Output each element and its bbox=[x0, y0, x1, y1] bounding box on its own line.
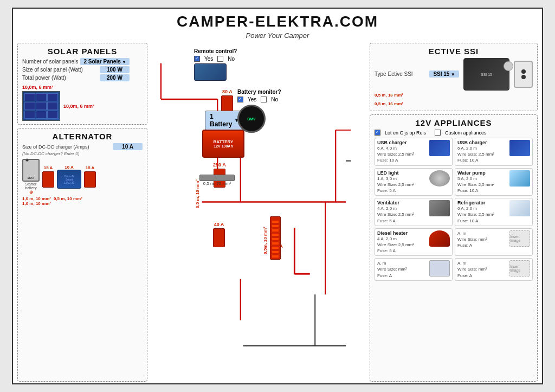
appliance-fan-name: Ventilator bbox=[377, 200, 427, 205]
appliance-custom-1: A, mWire Size: mm²Fuse: A Insert Image bbox=[455, 228, 533, 256]
appliance-led: LED light 1 A, 3,0 mWire Size: 2,5 mm²Fu… bbox=[375, 168, 453, 196]
wire-05m-70mm: 0,5 m, 70 mm² bbox=[199, 181, 235, 186]
batt-yes-checkbox[interactable] bbox=[237, 97, 243, 102]
appliance-fan-detail: 4 A, 2,0 mWire Size: 2,5 mm²Fuse: 5 A bbox=[377, 205, 427, 224]
batt-yes-label: Yes bbox=[248, 97, 256, 102]
appliance-usb-1-name: USB charger bbox=[377, 140, 427, 145]
battery-monitor-display: BMV bbox=[237, 105, 266, 133]
remote-no-checkbox[interactable] bbox=[217, 56, 223, 62]
appliance-grid: USB charger 6 A, 4,0 mWire Size: 2,5 mm²… bbox=[375, 138, 533, 281]
fuse-15a bbox=[42, 171, 54, 188]
appliance-diesel-name: Diesel heater bbox=[377, 230, 427, 236]
alternator-title: ALTERNATOR bbox=[22, 132, 143, 141]
shunt: 0,5 m, 70 mm² bbox=[199, 175, 235, 186]
appliance-blank-img bbox=[429, 260, 450, 277]
solar-row-2: Size of solar panel (Watt) 100 W bbox=[22, 66, 130, 73]
appliance-custom-1-detail: A, mWire Size: mm²Fuse: A bbox=[457, 230, 507, 249]
remote-control-section: Remote control? Yes No bbox=[194, 48, 237, 81]
appliance-insert-2-img: Insert Image bbox=[509, 260, 530, 277]
solar-panels-title: SOLAR PANELS bbox=[22, 47, 143, 56]
solar-wire-2: 10,0m, 6 mm² bbox=[63, 104, 94, 109]
alternator-value[interactable]: 10 A bbox=[113, 143, 143, 150]
appliance-fridge: Refrigerator 6 A, 2,0 mWire Size: 2,5 mm… bbox=[455, 198, 533, 226]
solar-label-1: Number of solar panels bbox=[22, 59, 78, 65]
batt-monitor-row: Yes No bbox=[237, 97, 281, 102]
appliance-diesel-img bbox=[429, 230, 450, 247]
appliance-usb-1-detail: 6 A, 4,0 mWire Size: 2,5 mm²Fuse: 10 A bbox=[377, 145, 427, 164]
dcdc-fuse-label: 10 A bbox=[57, 165, 81, 170]
alternator-box: ALTERNATOR Size of DC-DC charger (Amps) … bbox=[17, 128, 147, 382]
appliance-led-img bbox=[429, 170, 450, 187]
batt-no-checkbox[interactable] bbox=[261, 97, 267, 102]
appliance-fridge-img bbox=[509, 200, 530, 216]
lot-checkbox[interactable] bbox=[375, 130, 380, 136]
ective-value[interactable]: SSI 15 bbox=[429, 70, 459, 78]
control-unit-image bbox=[194, 63, 227, 81]
fuse-40a-container: 40 A bbox=[213, 222, 225, 248]
appliance-usb-2-name: USB charger bbox=[457, 140, 507, 145]
solar-wire-1: 10,0m, 6 mm² bbox=[22, 85, 143, 90]
appliance-custom-3-detail: A, mWire Size: mm²Fuse: A bbox=[457, 260, 507, 279]
solar-panel-image bbox=[22, 91, 60, 121]
custom-checkbox[interactable] bbox=[435, 130, 441, 136]
appliance-water-pump-name: Water pump bbox=[457, 170, 507, 176]
site-title: CAMPER-ELEKTRA.COM bbox=[17, 13, 538, 30]
fuse-250a-label: 250 A bbox=[213, 162, 226, 168]
appliance-usb-1: USB charger 6 A, 4,0 mWire Size: 2,5 mm²… bbox=[375, 138, 453, 166]
starter-battery-label: Starterbattery bbox=[25, 182, 36, 190]
alternator-note: (No DC-DC charger? Enter 0) bbox=[22, 151, 143, 156]
lot-label: Lot en Gijs op Reis bbox=[385, 130, 426, 136]
batt-monitor-label: Battery monitor? bbox=[237, 89, 281, 95]
ective-title: ECTIVE SSI bbox=[375, 47, 533, 56]
solar-value-1[interactable]: 2 Solar Panels bbox=[80, 58, 130, 65]
appliance-insert-1-img: Insert Image bbox=[509, 230, 530, 247]
remote-yes-label: Yes bbox=[204, 56, 213, 62]
appliance-usb-1-img bbox=[429, 140, 450, 156]
alt-wire6: 1,0 m, 10 mm² bbox=[22, 201, 143, 206]
appliance-led-name: LED light bbox=[377, 170, 427, 176]
fuse-15a-label: 15 A bbox=[42, 165, 54, 170]
starter-battery: + BAT bbox=[22, 159, 40, 182]
appliance-fan-img bbox=[429, 200, 450, 216]
wire-vert-label-1: 0,5 m, 10 mm² bbox=[191, 179, 201, 208]
main-container: CAMPER-ELEKTRA.COM Power Your Camper SOL… bbox=[12, 8, 543, 384]
appliance-usb-2: USB charger 6 A, 2,0 mWire Size: 2,5 mm²… bbox=[455, 138, 533, 166]
solar-label-3: Total power (Watt) bbox=[22, 75, 98, 81]
custom-label: Custom appliances bbox=[445, 130, 487, 136]
appliance-custom-2-detail: A, mWire Size: mm²Fuse: A bbox=[377, 260, 427, 279]
fuse-40a-label: 40 A bbox=[213, 222, 225, 227]
ective-ssi-box: ECTIVE SSI Type Ective SSI SSI 15 SSI 15 bbox=[370, 43, 538, 111]
appliance-fridge-detail: 6 A, 2,0 mWire Size: 2,5 mm²Fuse: 10 A bbox=[457, 205, 507, 224]
solar-value-3: 200 W bbox=[100, 74, 130, 81]
wire-vert-label-2: 0,5m, 10 mm² bbox=[259, 227, 269, 254]
solar-row-3: Total power (Watt) 200 W bbox=[22, 74, 130, 81]
solar-row-1: Number of solar panels 2 Solar Panels bbox=[22, 58, 130, 65]
fuse-40a bbox=[213, 228, 225, 247]
ective-wire1: 0,5 m, 16 mm² bbox=[375, 93, 403, 98]
dcdc-charger: Orion-TrSmart12/12-30 bbox=[57, 170, 81, 189]
appliance-water-pump-img bbox=[509, 170, 530, 187]
appliance-water-pump: Water pump 5 A, 2,0 mWire Size: 2,5 mm²F… bbox=[455, 168, 533, 196]
fuse-dist-box bbox=[270, 216, 281, 260]
remote-checkbox-row: Yes No bbox=[194, 56, 237, 62]
appliance-fan: Ventilator 4 A, 2,0 mWire Size: 2,5 mm²F… bbox=[375, 198, 453, 226]
solar-panels-box: SOLAR PANELS Number of solar panels 2 So… bbox=[17, 43, 147, 125]
appliance-led-detail: 1 A, 3,0 mWire Size: 2,5 mm²Fuse: 5 A bbox=[377, 176, 427, 194]
ective-label: Type Ective SSI bbox=[375, 71, 427, 77]
batt-no-label: No bbox=[271, 97, 278, 102]
remote-label: Remote control? bbox=[194, 48, 237, 54]
wire-label-05m-10mm: 0,5 m, 10 mm² bbox=[195, 179, 200, 208]
ective-row: Type Ective SSI SSI 15 bbox=[375, 70, 459, 78]
appliances-12v-box: 12V APPLIANCES Lot en Gijs op Reis Custo… bbox=[370, 114, 538, 382]
wiring-diagram: Remote control? Yes No 80 A 0,5 m, 70 mm… bbox=[151, 43, 366, 382]
appliance-usb-2-detail: 6 A, 2,0 mWire Size: 2,5 mm²Fuse: 10 A bbox=[457, 145, 507, 164]
appliance-water-pump-detail: 5 A, 2,0 mWire Size: 2,5 mm²Fuse: 10 A bbox=[457, 176, 507, 194]
battery-image: BATTERY 12V 100Ah bbox=[202, 130, 244, 158]
remote-yes-checkbox[interactable] bbox=[194, 56, 200, 62]
solar-value-2: 100 W bbox=[100, 66, 130, 73]
appliances-options-row: Lot en Gijs op Reis Custom appliances bbox=[375, 130, 533, 136]
ective-wire2: 0,5 m, 16 mm² bbox=[375, 101, 403, 106]
alternator-row: Size of DC-DC charger (Amps) 10 A bbox=[22, 143, 143, 150]
appliance-custom-2: A, mWire Size: mm²Fuse: A bbox=[375, 258, 453, 281]
solar-label-2: Size of solar panel (Watt) bbox=[22, 67, 98, 73]
